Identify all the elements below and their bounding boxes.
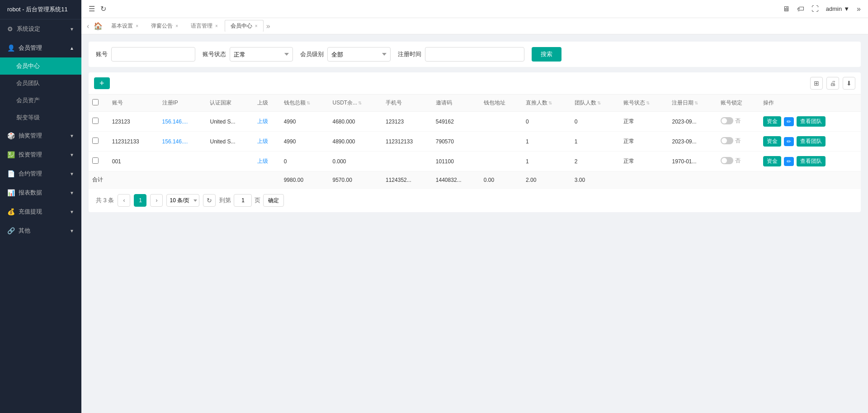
sort-icon[interactable]: ⇅ — [307, 100, 310, 105]
cell-reg-date: 2023-09... — [668, 132, 717, 152]
page-1-btn[interactable]: 1 — [134, 194, 146, 207]
th-wallet: 钱包总额⇅ — [280, 95, 329, 112]
cell-usdt: 4680.000 — [329, 112, 382, 132]
cell-status: 正常 — [620, 112, 669, 132]
sidebar-item-contract[interactable]: 📄 合约管理 ▼ — [0, 164, 81, 183]
sort-icon[interactable]: ⇅ — [548, 100, 552, 105]
date-label: 注册时间 — [398, 50, 421, 58]
contract-icon: 📄 — [7, 170, 15, 177]
export-btn[interactable]: ⬇ — [843, 77, 855, 90]
username: admin — [826, 5, 842, 12]
tag-icon[interactable]: 🏷 — [797, 5, 804, 13]
fullscreen-icon[interactable]: ⛶ — [811, 5, 819, 13]
row-checkbox[interactable] — [92, 118, 99, 124]
lock-toggle[interactable]: 否 — [721, 137, 741, 145]
asset-button[interactable]: 资金 — [763, 116, 781, 127]
summary-label: 合计 — [89, 171, 254, 189]
summary-invite: 1440832... — [432, 171, 480, 189]
view-team-button[interactable]: 查看团队 — [797, 116, 826, 127]
summary-empty2 — [620, 171, 669, 189]
asset-button[interactable]: 资金 — [763, 156, 781, 166]
page-content: 账号 账号状态 正常 全部 禁用 会员级别 全部 普通 VIP — [81, 34, 868, 413]
sort-icon[interactable]: ⇅ — [358, 100, 362, 105]
tab-close-icon[interactable]: × — [136, 24, 138, 28]
search-button[interactable]: 搜索 — [532, 47, 561, 62]
summary-wallet-addr: 0.00 — [480, 171, 522, 189]
user-menu[interactable]: admin ▼ — [826, 5, 849, 12]
cell-team: 2 — [571, 152, 620, 171]
cell-parent[interactable]: 上级 — [254, 152, 280, 171]
cell-ip — [159, 152, 207, 171]
tab-popup[interactable]: 弹窗公告 × — [145, 20, 184, 32]
sidebar-sub-label: 裂变等级 — [16, 114, 40, 121]
next-page-btn[interactable]: › — [150, 194, 163, 207]
add-button[interactable]: + — [94, 77, 110, 89]
cell-usdt: 4890.000 — [329, 132, 382, 152]
sort-icon[interactable]: ⇅ — [597, 100, 601, 105]
cell-parent[interactable]: 上级 — [254, 112, 280, 132]
tab-close-icon[interactable]: × — [255, 24, 258, 28]
sidebar-sub-label: 会员资产 — [16, 97, 40, 104]
edit-button[interactable]: ✏ — [784, 157, 794, 166]
sidebar-item-system[interactable]: ⚙ 系统设定 ▼ — [0, 19, 81, 38]
row-checkbox[interactable] — [92, 138, 99, 144]
sidebar-item-lottery[interactable]: 🎲 抽奖管理 ▼ — [0, 126, 81, 145]
cell-checkbox — [89, 112, 108, 132]
th-country: 认证国家 — [206, 95, 254, 112]
level-label: 会员级别 — [300, 50, 324, 58]
row-checkbox[interactable] — [92, 157, 99, 164]
monitor-icon[interactable]: 🖥 — [783, 5, 790, 13]
cell-country: United S... — [206, 112, 254, 132]
sidebar-item-member-center[interactable]: 会员中心 — [0, 57, 81, 75]
sort-icon[interactable]: ⇅ — [646, 100, 650, 105]
chevron-down-icon: ▼ — [70, 209, 74, 214]
forward-icon[interactable]: » — [857, 5, 861, 13]
cell-account: 112312133 — [108, 132, 159, 152]
menu-toggle-icon[interactable]: ☰ — [89, 5, 95, 13]
tab-home-btn[interactable]: 🏠 — [92, 22, 104, 30]
account-input[interactable] — [111, 47, 195, 62]
data-table: 账号 注册IP 认证国家 上级 钱包总额⇅ USDT余...⇅ 手机号 邀请码 … — [89, 95, 861, 189]
lock-toggle[interactable]: 否 — [721, 157, 741, 165]
sidebar-item-recharge[interactable]: 💰 充值提现 ▼ — [0, 202, 81, 221]
tab-lang[interactable]: 语言管理 × — [185, 20, 224, 32]
sidebar-item-member-level[interactable]: 裂变等级 — [0, 109, 81, 126]
cell-ops: 资金 ✏ 查看团队 — [760, 132, 861, 152]
edit-button[interactable]: ✏ — [784, 137, 794, 146]
report-icon: 📊 — [7, 189, 15, 196]
view-team-button[interactable]: 查看团队 — [797, 156, 826, 166]
table-refresh-btn[interactable]: ↻ — [203, 194, 216, 207]
lock-toggle[interactable]: 否 — [721, 117, 741, 125]
view-team-button[interactable]: 查看团队 — [797, 136, 826, 147]
tab-back-btn[interactable]: ‹ — [85, 22, 91, 30]
sidebar-item-invest[interactable]: 💹 投资管理 ▼ — [0, 145, 81, 164]
page-confirm-btn[interactable]: 确定 — [263, 194, 284, 207]
page-size-select[interactable]: 10 条/页 20 条/页 50 条/页 — [166, 194, 199, 207]
cell-parent[interactable]: 上级 — [254, 132, 280, 152]
tab-member-center[interactable]: 会员中心 × — [225, 20, 264, 32]
tab-basic-settings[interactable]: 基本设置 × — [105, 20, 144, 32]
recharge-icon: 💰 — [7, 208, 15, 215]
topbar-right: 🖥 🏷 ⛶ admin ▼ » — [783, 5, 861, 13]
sidebar-item-member[interactable]: 👤 会员管理 ▲ — [0, 38, 81, 57]
print-btn[interactable]: 🖨 — [826, 77, 839, 90]
page-jump-input[interactable] — [234, 194, 252, 207]
column-setting-btn[interactable]: ⊞ — [810, 77, 823, 90]
date-input[interactable] — [425, 47, 524, 62]
prev-page-btn[interactable]: ‹ — [118, 194, 130, 207]
level-select[interactable]: 全部 普通 VIP — [327, 47, 391, 62]
tab-close-icon[interactable]: × — [175, 24, 178, 28]
refresh-icon[interactable]: ↻ — [100, 5, 106, 13]
sidebar-item-member-team[interactable]: 会员团队 — [0, 75, 81, 92]
status-select[interactable]: 正常 全部 禁用 — [230, 47, 293, 62]
sidebar-item-report[interactable]: 📊 报表数据 ▼ — [0, 183, 81, 202]
sort-icon[interactable]: ⇅ — [694, 100, 698, 105]
edit-button[interactable]: ✏ — [784, 117, 794, 126]
tab-close-icon[interactable]: × — [215, 24, 218, 28]
asset-button[interactable]: 资金 — [763, 136, 781, 147]
tab-more-btn[interactable]: » — [264, 22, 272, 30]
table-row: 112312133 156.146.... United S... 上级 499… — [89, 132, 861, 152]
sidebar-item-other[interactable]: 🔗 其他 ▼ — [0, 221, 81, 240]
select-all-checkbox[interactable] — [92, 99, 99, 105]
sidebar-item-member-asset[interactable]: 会员资产 — [0, 92, 81, 109]
